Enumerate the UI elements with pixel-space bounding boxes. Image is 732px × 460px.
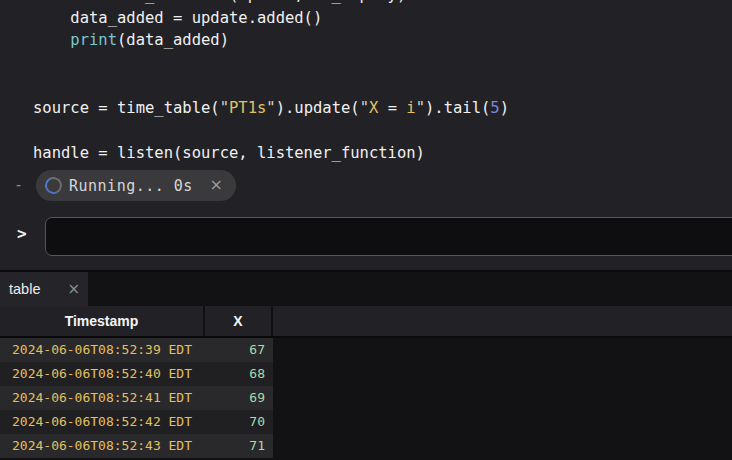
code-line-handle: handle = listen(source, listener_functio… <box>33 142 732 165</box>
console-input-box[interactable] <box>45 217 732 256</box>
console-prompt: > <box>17 224 27 243</box>
cell-timestamp[interactable]: 2024-06-06T08:52:39 EDT <box>0 338 205 362</box>
code-text: ) <box>500 99 509 117</box>
table-panel: table × Timestamp X 2024-06-06T08:52:39 … <box>0 270 732 460</box>
spinner-icon <box>43 175 65 197</box>
code-line-blank <box>33 119 732 142</box>
grid-body: 2024-06-06T08:52:39 EDT 67 2024-06-06T08… <box>0 338 732 458</box>
deephaven-web-console: def listener_function(update, is_replay)… <box>0 0 732 460</box>
running-status-pill[interactable]: Running... 0s × <box>36 170 236 201</box>
code-text: data_added = update.added() <box>33 9 322 27</box>
code-line-blank <box>33 52 732 75</box>
grid-header: Timestamp X <box>0 306 732 338</box>
running-status-label: Running... 0s <box>69 177 193 195</box>
tab-close-icon[interactable]: × <box>67 280 80 298</box>
column-header-x[interactable]: X <box>205 306 273 336</box>
code-text: (data_added) <box>117 31 229 49</box>
cell-x[interactable]: 67 <box>205 338 273 362</box>
code-quote: " <box>360 99 369 117</box>
code-string: PT1s <box>229 99 266 117</box>
cancel-run-close-icon[interactable]: × <box>207 170 226 201</box>
code-text: listener_function(update, is_replay): <box>61 0 416 4</box>
console-input[interactable] <box>46 218 732 255</box>
code-text: source = time_table( <box>33 99 220 117</box>
column-header-filler <box>273 306 732 336</box>
cell-x[interactable]: 70 <box>205 410 273 434</box>
table-row[interactable]: 2024-06-06T08:52:39 EDT 67 <box>0 338 273 362</box>
console-panel: def listener_function(update, is_replay)… <box>0 0 732 270</box>
code-string: i <box>406 99 415 117</box>
cell-timestamp[interactable]: 2024-06-06T08:52:42 EDT <box>0 410 205 434</box>
column-header-timestamp[interactable]: Timestamp <box>0 306 205 336</box>
tab-table[interactable]: table × <box>0 272 88 306</box>
code-number: 5 <box>490 99 499 117</box>
console-code-block: def listener_function(update, is_replay)… <box>33 0 732 164</box>
code-quote: " <box>266 99 275 117</box>
code-text: ).tail( <box>425 99 490 117</box>
code-quote: " <box>416 99 425 117</box>
table-row[interactable]: 2024-06-06T08:52:42 EDT 70 <box>0 410 273 434</box>
tab-label: table <box>9 281 40 297</box>
code-text <box>33 31 70 49</box>
cell-x[interactable]: 71 <box>205 434 273 458</box>
code-text: ).update( <box>276 99 360 117</box>
collapse-toggle[interactable]: - <box>14 170 23 202</box>
code-line-data-added: data_added = update.added() <box>33 7 732 30</box>
running-status-row: - Running... 0s × <box>0 170 732 202</box>
table-row[interactable]: 2024-06-06T08:52:43 EDT 71 <box>0 434 273 458</box>
cell-timestamp[interactable]: 2024-06-06T08:52:43 EDT <box>0 434 205 458</box>
code-string: X <box>369 99 378 117</box>
code-text: = <box>378 99 406 117</box>
cell-x[interactable]: 69 <box>205 386 273 410</box>
table-row[interactable]: 2024-06-06T08:52:41 EDT 69 <box>0 386 273 410</box>
cell-timestamp[interactable]: 2024-06-06T08:52:40 EDT <box>0 362 205 386</box>
code-text: handle = listen(source, listener_functio… <box>33 144 425 162</box>
cell-timestamp[interactable]: 2024-06-06T08:52:41 EDT <box>0 386 205 410</box>
tab-bar: table × <box>0 270 732 306</box>
code-line-print: print(data_added) <box>33 29 732 52</box>
cell-x[interactable]: 68 <box>205 362 273 386</box>
code-quote: " <box>220 99 229 117</box>
code-keyword: def <box>33 0 61 4</box>
code-keyword: print <box>70 31 117 49</box>
code-line-blank <box>33 74 732 97</box>
code-line-source: source = time_table("PT1s").update("X = … <box>33 97 732 120</box>
table-row[interactable]: 2024-06-06T08:52:40 EDT 68 <box>0 362 273 386</box>
